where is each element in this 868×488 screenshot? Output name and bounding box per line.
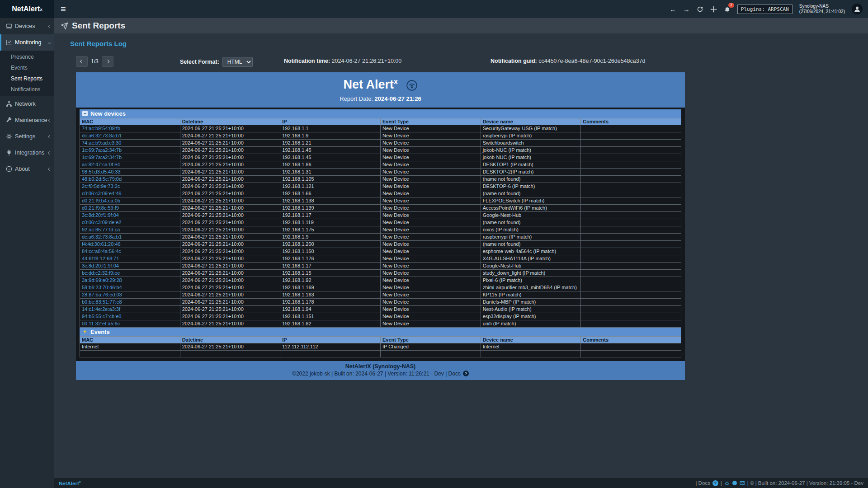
table-cell xyxy=(581,320,681,327)
table-cell: New Device xyxy=(380,139,481,146)
table-cell: 2024-06-27 21:25:21+10:00 xyxy=(180,248,280,255)
chevron-right-icon xyxy=(105,60,109,63)
forward-icon[interactable]: → xyxy=(683,5,690,13)
chevron-left-icon xyxy=(48,24,51,28)
table-cell: 2024-06-27 21:25:21+10:00 xyxy=(180,211,280,219)
sent-reports-log-link[interactable]: Sent Reports Log xyxy=(70,40,127,47)
sidebar-item-network[interactable]: Network xyxy=(0,96,54,112)
footer-docs-label[interactable]: | Docs xyxy=(695,480,710,486)
table-row: dc:a6:32:73:8a:b12024-06-27 21:25:21+10:… xyxy=(80,132,681,139)
table-cell xyxy=(581,125,681,132)
table-cell xyxy=(581,305,681,313)
footer-brand-link[interactable]: NetAlertx xyxy=(59,480,81,486)
table-cell xyxy=(481,350,581,357)
report-footer-title: NetAlertX (Synology-NAS) xyxy=(76,363,685,370)
sidebar-item-maintenance[interactable]: Maintenance xyxy=(0,112,54,128)
sidebar-subitem-sent-reports[interactable]: Sent Reports xyxy=(0,73,54,84)
table-cell: IP Changed xyxy=(380,343,481,350)
table-cell: f4:4d:30:61:20:46 xyxy=(80,240,180,248)
table-cell: 192.168.1.178 xyxy=(280,298,381,305)
table-row: 48:b0:2d:5c:79:0d2024-06-27 21:25:21+10:… xyxy=(80,175,681,183)
notifications-bell-icon[interactable]: 7 xyxy=(724,6,731,13)
sidebar-item-monitoring[interactable]: Monitoring xyxy=(0,34,54,51)
bug-icon[interactable] xyxy=(724,480,730,486)
page-footer: NetAlertx | Docs ? | | © | Built on: 202… xyxy=(54,478,868,488)
column-header: MAC xyxy=(80,336,180,343)
table-cell: New Device xyxy=(380,219,481,226)
table-cell: 192.168.1.119 xyxy=(280,219,381,226)
footer-links: | Docs ? | | © | Built on: 2024-06-27 | … xyxy=(695,480,863,486)
plugins-badge[interactable]: Plugins: ARPSCAN xyxy=(737,5,793,14)
table-cell: 192.168.1.163 xyxy=(280,291,381,298)
table-row: 2c:f0:5d:9e:73:2c2024-06-27 21:25:21+10:… xyxy=(80,183,681,190)
table-cell: raspberrypi (IP match) xyxy=(481,132,581,139)
table-cell xyxy=(581,262,681,269)
chevron-left-icon xyxy=(48,135,51,138)
next-page-button[interactable] xyxy=(102,56,113,67)
sidebar-item-about[interactable]: About xyxy=(0,161,54,177)
table-cell: d0:21:f9:b4:ca:0b xyxy=(80,197,180,204)
brand-sup: x xyxy=(40,7,42,12)
table-row: bc:dd:c2:32:f9:ee2024-06-27 21:25:21+10:… xyxy=(80,269,681,277)
refresh-icon[interactable] xyxy=(697,6,703,13)
report-header: Net Alertx Report Date: 2024-06-27 21:26 xyxy=(76,72,685,108)
table-cell: 192.168.1.1 xyxy=(280,125,381,132)
table-cell: dc:a6:32:73:8a:b1 xyxy=(80,132,180,139)
table-row: 74:ac:b9:54:09:fb2024-06-27 21:25:21+10:… xyxy=(80,125,681,132)
table-cell xyxy=(581,139,681,146)
report-date: Report Date: 2024-06-27 21:26 xyxy=(76,95,685,102)
user-avatar[interactable] xyxy=(852,4,863,14)
github-icon[interactable] xyxy=(732,480,737,486)
table-row: 00:11:32:ef:a5:6c2024-06-27 21:25:21+10:… xyxy=(80,320,681,327)
notification-count-badge: 7 xyxy=(728,3,734,8)
sidebar-subitem-notifications[interactable]: Notifications xyxy=(0,84,54,95)
table-cell: dc:a6:32:73:8a:b1 xyxy=(80,233,180,240)
mail-icon[interactable] xyxy=(740,480,745,486)
table-cell: DESKTOP-2(IP match) xyxy=(481,168,581,175)
table-cell: (name not found) xyxy=(481,240,581,248)
chevron-left-icon xyxy=(48,151,51,154)
table-cell xyxy=(581,168,681,175)
sidebar-subitem-events[interactable]: Events xyxy=(0,62,54,73)
move-icon[interactable] xyxy=(710,6,717,13)
prev-page-button[interactable] xyxy=(76,56,88,67)
table-cell: 2024-06-27 21:25:21+10:00 xyxy=(180,262,280,269)
back-icon[interactable]: ← xyxy=(670,5,676,13)
table-cell: 3c:8d:20:f1:9f:04 xyxy=(80,262,180,269)
sidebar-toggle[interactable]: ≡ xyxy=(54,0,72,18)
subitem-label: Sent Reports xyxy=(11,75,42,82)
table-cell: 2024-06-27 21:25:21+10:00 xyxy=(180,255,280,262)
table-cell: SecurityGateway-USG (IP match) xyxy=(481,125,581,132)
table-row: 3c:8d:20:f1:9f:042024-06-27 21:25:21+10:… xyxy=(80,262,681,269)
table-cell: New Device xyxy=(380,197,481,204)
brand-logo[interactable]: NetAlertx xyxy=(0,0,54,18)
table-cell: Nest-Audio (IP match) xyxy=(481,305,581,313)
table-cell: New Device xyxy=(380,146,481,154)
sidebar-item-settings[interactable]: Settings xyxy=(0,128,54,145)
network-icon xyxy=(6,101,15,107)
table-cell: New Device xyxy=(380,305,481,313)
table-cell: 192.168.1.17 xyxy=(280,262,381,269)
sidebar-item-integrations[interactable]: Integrations xyxy=(0,145,54,161)
section-title: Events xyxy=(90,328,110,335)
table-cell xyxy=(280,350,381,357)
table-cell: 2024-06-27 21:25:21+10:00 xyxy=(180,154,280,161)
table-cell: 192.168.1.15 xyxy=(280,269,381,277)
sidebar: Devices Monitoring Presence Events Sent … xyxy=(0,18,54,488)
sidebar-subitem-presence[interactable]: Presence xyxy=(0,52,54,62)
header-row: MACDatetimeIPEvent TypeDevice nameCommen… xyxy=(80,118,681,125)
table-cell: 44:6f:f8:12:68:71 xyxy=(80,255,180,262)
wrench-icon xyxy=(6,117,15,123)
table-cell: 192.168.1.175 xyxy=(280,226,381,233)
notification-guid-label: Notification guid: xyxy=(491,58,537,64)
sidebar-item-devices[interactable]: Devices xyxy=(0,18,54,34)
table-cell: 2024-06-27 21:25:21+10:00 xyxy=(180,139,280,146)
table-cell: c0:06:c3:09:e4:46 xyxy=(80,190,180,197)
table-cell: 192.168.1.9 xyxy=(280,233,381,240)
table-cell: New Device xyxy=(380,161,481,168)
docs-help-icon[interactable]: ? xyxy=(712,480,718,486)
table-cell: (name not found) xyxy=(481,219,581,226)
table-cell: nixos (IP match) xyxy=(481,226,581,233)
table-cell: X4G-AU-SHA1114A (IP match) xyxy=(481,255,581,262)
format-select[interactable]: HTML xyxy=(222,57,253,67)
